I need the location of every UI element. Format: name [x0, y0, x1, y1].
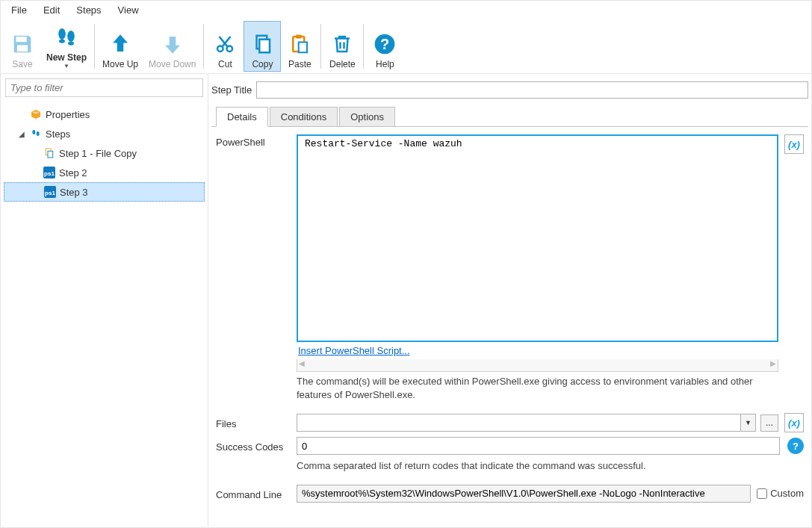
- menu-file[interactable]: File: [4, 2, 34, 18]
- tab-body-details: PowerShell Insert PowerShell Script... ◀…: [211, 127, 808, 523]
- toolbar-separator: [320, 24, 321, 69]
- custom-checkbox-wrap[interactable]: Custom: [757, 488, 804, 499]
- custom-checkbox[interactable]: [757, 488, 767, 499]
- tab-details[interactable]: Details: [216, 107, 268, 127]
- success-hint: Comma separated list of return codes tha…: [297, 459, 646, 473]
- tree-step-item[interactable]: ps1 Step 2: [4, 163, 205, 182]
- svg-point-5: [68, 42, 74, 46]
- filter-box: [5, 78, 203, 97]
- save-button[interactable]: Save: [4, 21, 41, 72]
- menu-edit[interactable]: Edit: [36, 2, 67, 18]
- cut-button[interactable]: Cut: [206, 21, 244, 72]
- toolbar: Save New Step ▼ Move Up Move Down Cut Co…: [1, 19, 811, 74]
- editor-pane: Step Title Details Conditions Options Po…: [208, 74, 811, 526]
- copy-label: Copy: [252, 59, 273, 69]
- files-row: Files ▼ ... (x): [216, 413, 804, 432]
- chevron-down-icon[interactable]: ▼: [740, 414, 755, 431]
- tree: Properties ◢ Steps Step 1 - File Copy ps…: [1, 102, 208, 526]
- menu-bar: File Edit Steps View: [1, 1, 811, 19]
- delete-label: Delete: [329, 59, 356, 69]
- paste-button[interactable]: Paste: [281, 21, 318, 72]
- powershell-editor[interactable]: [297, 134, 778, 342]
- tab-options[interactable]: Options: [339, 107, 395, 127]
- tree-label: Steps: [46, 128, 70, 140]
- menu-view[interactable]: View: [111, 2, 146, 18]
- move-down-button[interactable]: Move Down: [143, 21, 201, 72]
- tree-node-properties[interactable]: Properties: [4, 105, 205, 124]
- new-step-label: New Step: [46, 52, 87, 63]
- scroll-left-icon: ◀: [299, 359, 305, 371]
- svg-point-15: [32, 130, 35, 134]
- scroll-right-icon: ▶: [770, 359, 776, 371]
- step-title-input[interactable]: [256, 81, 808, 99]
- tree-node-steps[interactable]: ◢ Steps: [4, 124, 205, 143]
- powershell-label: PowerShell: [216, 134, 294, 148]
- move-up-button[interactable]: Move Up: [97, 21, 143, 72]
- success-row: Success Codes ?: [216, 437, 804, 455]
- svg-point-4: [67, 31, 75, 42]
- svg-rect-11: [296, 35, 302, 39]
- browse-button[interactable]: ...: [760, 414, 778, 432]
- svg-rect-12: [299, 43, 307, 53]
- toolbar-separator: [363, 24, 364, 69]
- delete-button[interactable]: Delete: [323, 21, 361, 72]
- svg-rect-9: [260, 40, 270, 53]
- package-icon: [29, 108, 43, 121]
- tree-label: Step 1 - File Copy: [59, 148, 137, 159]
- svg-point-2: [58, 28, 66, 40]
- powershell-editor-wrap: Insert PowerShell Script... ◀▶ The comma…: [297, 134, 778, 409]
- files-input[interactable]: [297, 414, 740, 431]
- paste-icon: [286, 31, 313, 58]
- footprints-icon: [29, 127, 43, 140]
- tree-step-item-selected[interactable]: ps1 Step 3: [4, 182, 205, 202]
- insert-script-link[interactable]: Insert PowerShell Script...: [297, 342, 778, 359]
- svg-point-16: [37, 131, 40, 136]
- variable-button[interactable]: (x): [784, 134, 804, 154]
- ps1-icon: ps1: [43, 166, 56, 179]
- move-up-label: Move Up: [102, 59, 138, 69]
- powershell-hint: The command(s) will be executed within P…: [297, 375, 778, 401]
- menu-steps[interactable]: Steps: [69, 2, 108, 18]
- footprints-icon: [53, 24, 80, 51]
- custom-label: Custom: [770, 488, 804, 499]
- tree-pane: Properties ◢ Steps Step 1 - File Copy ps…: [1, 74, 208, 526]
- step-title-row: Step Title: [211, 81, 808, 99]
- command-line-input: [297, 485, 751, 503]
- save-label: Save: [12, 59, 32, 69]
- svg-rect-18: [48, 151, 53, 158]
- horizontal-scrollbar[interactable]: ◀▶: [297, 359, 778, 372]
- ps1-icon: ps1: [43, 185, 57, 199]
- powershell-row: PowerShell Insert PowerShell Script... ◀…: [216, 134, 804, 409]
- help-button[interactable]: ? Help: [366, 21, 403, 72]
- tab-conditions[interactable]: Conditions: [270, 107, 338, 127]
- filter-input[interactable]: [6, 79, 202, 96]
- tree-label: Step 2: [59, 167, 87, 178]
- files-label: Files: [216, 416, 294, 429]
- copy-button[interactable]: Copy: [244, 21, 281, 72]
- variable-button[interactable]: (x): [784, 413, 804, 432]
- tree-label: Properties: [46, 109, 90, 120]
- help-icon: ?: [371, 31, 398, 58]
- files-combo[interactable]: ▼: [297, 414, 756, 432]
- new-step-button[interactable]: New Step ▼: [41, 21, 92, 72]
- svg-text:?: ?: [380, 36, 389, 52]
- paste-label: Paste: [288, 59, 312, 69]
- svg-text:ps1: ps1: [45, 190, 55, 196]
- scissors-icon: [211, 31, 238, 58]
- success-label: Success Codes: [216, 439, 294, 453]
- success-hint-row: Comma separated list of return codes tha…: [216, 459, 804, 480]
- save-icon: [9, 31, 36, 58]
- help-icon[interactable]: ?: [787, 438, 804, 454]
- arrow-down-icon: [159, 31, 186, 58]
- tree-step-item[interactable]: Step 1 - File Copy: [4, 143, 205, 163]
- success-codes-input[interactable]: [297, 437, 780, 455]
- file-copy-icon: [43, 146, 56, 160]
- tree-label: Step 3: [60, 187, 88, 198]
- help-label: Help: [376, 59, 394, 69]
- tab-strip: Details Conditions Options: [211, 106, 808, 127]
- copy-icon: [249, 31, 276, 58]
- trash-icon: [329, 31, 356, 58]
- svg-text:ps1: ps1: [44, 170, 55, 177]
- move-down-label: Move Down: [149, 59, 196, 69]
- command-row: Command Line Custom: [216, 485, 804, 503]
